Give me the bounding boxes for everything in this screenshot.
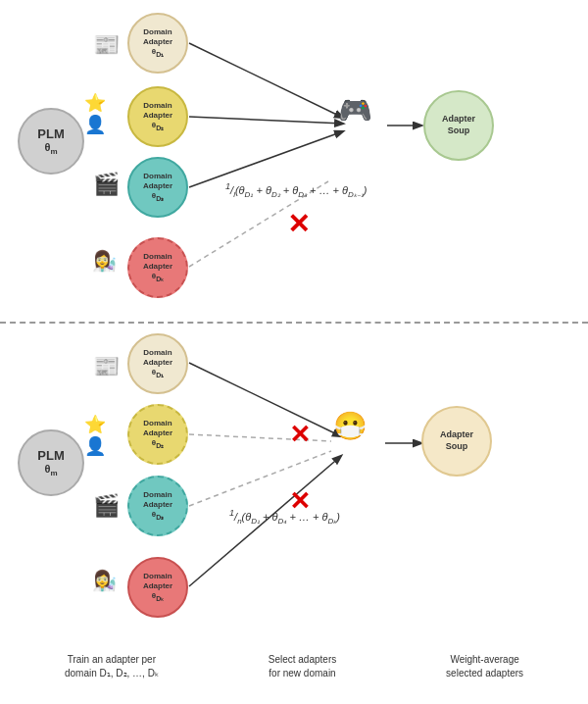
- domain-circle-d1-top: DomainAdapterθD₁: [127, 13, 188, 74]
- formula-bottom: 1/n(θD₁ + θD₄ + … + θDₖ): [229, 508, 340, 526]
- domain-circle-dk-top: DomainAdapterθDₖ: [127, 237, 188, 298]
- caption-row: Train an adapter perdomain D₁, D₂, …, Dₖ…: [0, 647, 588, 704]
- plm-circle-bottom: PLM θm: [18, 429, 84, 496]
- domain-circle-d3-bottom: DomainAdapterθD₃: [127, 476, 188, 536]
- review-icon-top: ⭐👤: [84, 96, 120, 131]
- svg-line-1: [189, 117, 343, 124]
- adapter-soup-label-top: AdapterSoup: [442, 114, 475, 136]
- adapter-soup-top: AdapterSoup: [423, 90, 494, 161]
- adapter-soup-label-bottom: AdapterSoup: [440, 429, 473, 452]
- formula-top: 1/l(θD₁ + θD₂ + θD₃ + … + θDₖ₋₁): [225, 181, 367, 199]
- domain-circle-dk-bottom: DomainAdapterθDₖ: [127, 557, 188, 618]
- formula-fraction-top: 1/l(θD₁ + θD₂ + θD₃ + … + θDₖ₋₁): [225, 184, 367, 196]
- news-icon-top: 📰: [88, 27, 123, 63]
- formula-fraction-bottom: 1/n(θD₁ + θD₄ + … + θDₖ): [229, 511, 340, 523]
- top-diagram: PLM θm 📰 ⭐👤 🎬 👩‍🔬 DomainAdapterθD₁ Domai…: [0, 0, 588, 324]
- mask-emoji: 😷: [333, 410, 368, 442]
- caption-select: Select adaptersfor new domain: [269, 653, 337, 680]
- plm-label-bottom: PLM: [37, 448, 64, 463]
- plm-label-top: PLM: [37, 126, 64, 141]
- science-icon-top: 👩‍🔬: [86, 243, 122, 278]
- domain-circle-d2-top: DomainAdapterθD₂: [127, 86, 188, 147]
- svg-line-2: [189, 131, 343, 187]
- svg-line-5: [189, 363, 341, 436]
- review-icon-bottom: ⭐👤: [84, 418, 120, 453]
- science-icon-bottom: 👩‍🔬: [86, 563, 122, 598]
- svg-line-0: [189, 43, 343, 118]
- film-icon-bottom: 🎬: [88, 488, 123, 524]
- red-x-d2-bottom: ✕: [289, 422, 311, 447]
- gamepad-icon: 🎮: [338, 94, 372, 126]
- film-icon-top: 🎬: [88, 167, 123, 202]
- bottom-diagram: PLM θm 📰 ⭐👤 🎬 👩‍🔬 DomainAdapterθD₁ Domai…: [0, 324, 588, 647]
- domain-circle-d3-top: DomainAdapterθD₃: [127, 157, 188, 218]
- domain-circle-d1-bottom: DomainAdapterθD₁: [127, 333, 188, 394]
- plm-theta-bottom: θm: [44, 463, 57, 478]
- caption-weight: Weight-averageselected adapters: [446, 653, 523, 680]
- caption-train: Train an adapter perdomain D₁, D₂, …, Dₖ: [65, 653, 159, 680]
- plm-circle-top: PLM θm: [18, 108, 84, 175]
- news-icon-bottom: 📰: [88, 349, 123, 384]
- adapter-soup-bottom: AdapterSoup: [421, 406, 492, 477]
- plm-theta-top: θm: [44, 141, 57, 156]
- domain-circle-d2-bottom: DomainAdapterθD₂: [127, 404, 188, 465]
- main-container: PLM θm 📰 ⭐👤 🎬 👩‍🔬 DomainAdapterθD₁ Domai…: [0, 0, 588, 704]
- red-x-dk-top: ✕: [287, 211, 310, 238]
